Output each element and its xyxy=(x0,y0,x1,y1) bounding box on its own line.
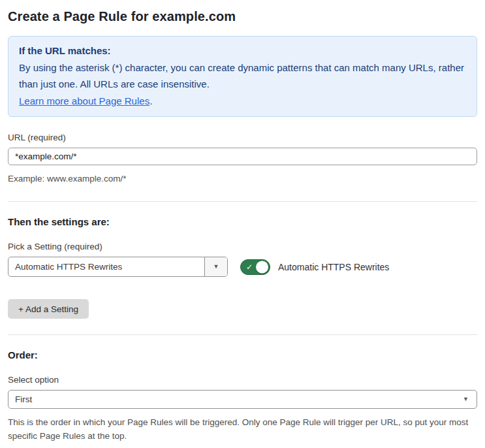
setting-select-caret-button[interactable]: ▼ xyxy=(204,257,227,276)
chevron-down-icon: ▼ xyxy=(213,264,219,270)
pick-setting-label: Pick a Setting (required) xyxy=(8,242,477,251)
check-icon: ✓ xyxy=(246,262,253,271)
url-example-hint: Example: www.example.com/* xyxy=(8,172,477,185)
toggle-knob xyxy=(256,261,268,273)
order-select-value: First xyxy=(15,394,32,404)
divider xyxy=(8,201,477,202)
learn-more-link[interactable]: Learn more about Page Rules xyxy=(19,95,149,106)
add-setting-button[interactable]: + Add a Setting xyxy=(8,299,89,319)
info-box-link-line: Learn more about Page Rules. xyxy=(19,93,466,110)
toggle-label: Automatic HTTPS Rewrites xyxy=(278,262,389,272)
order-section-heading: Order: xyxy=(8,349,477,360)
page-title: Create a Page Rule for example.com xyxy=(8,9,477,24)
create-page-rule-form: Create a Page Rule for example.com If th… xyxy=(0,0,485,448)
settings-section-heading: Then the settings are: xyxy=(8,216,477,227)
order-help-text: This is the order in which your Page Rul… xyxy=(8,415,477,443)
url-label: URL (required) xyxy=(8,133,477,142)
divider xyxy=(8,334,477,335)
url-match-info-box: If the URL matches: By using the asteris… xyxy=(8,36,477,117)
info-box-heading: If the URL matches: xyxy=(19,42,466,59)
order-select[interactable]: First ▼ xyxy=(8,390,477,409)
info-box-body: By using the asterisk (*) character, you… xyxy=(19,59,466,93)
select-option-label: Select option xyxy=(8,375,477,385)
setting-select[interactable]: Automatic HTTPS Rewrites ▼ xyxy=(8,257,228,277)
chevron-down-icon: ▼ xyxy=(463,396,469,402)
https-rewrites-toggle[interactable]: ✓ xyxy=(240,259,270,275)
setting-row: Automatic HTTPS Rewrites ▼ ✓ Automatic H… xyxy=(8,257,477,277)
setting-select-value: Automatic HTTPS Rewrites xyxy=(8,257,204,276)
link-suffix: . xyxy=(149,95,152,106)
url-input[interactable] xyxy=(8,148,477,165)
